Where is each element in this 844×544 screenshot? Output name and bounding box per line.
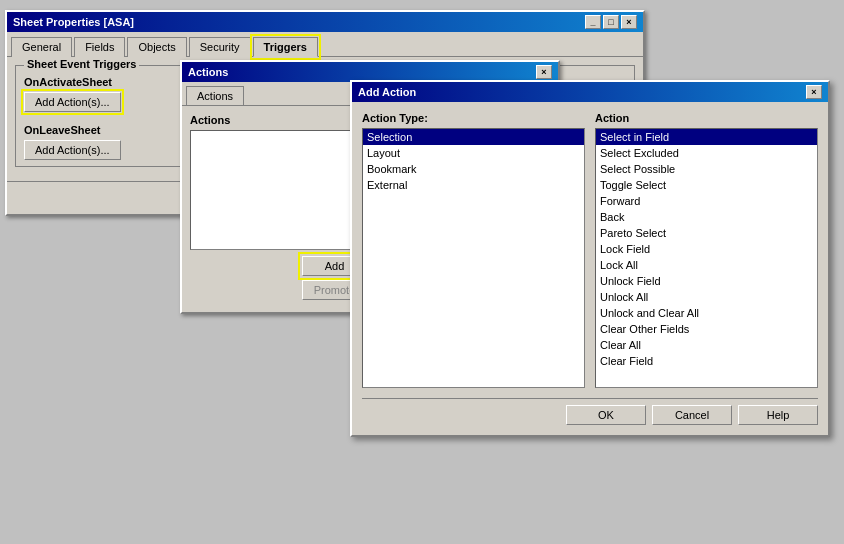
action-item-9[interactable]: Unlock Field (596, 273, 817, 289)
add-action-cancel-button[interactable]: Cancel (652, 405, 732, 425)
add-action-columns: Action Type: Selection Layout Bookmark E… (362, 112, 818, 388)
action-item-5[interactable]: Back (596, 209, 817, 225)
action-label: Action (595, 112, 818, 124)
action-type-layout[interactable]: Layout (363, 145, 584, 161)
action-item-0[interactable]: Select in Field (596, 129, 817, 145)
action-listbox[interactable]: Select in FieldSelect ExcludedSelect Pos… (595, 128, 818, 388)
tab-security[interactable]: Security (189, 37, 251, 57)
action-item-14[interactable]: Clear Field (596, 353, 817, 369)
actions-titlebar: Actions × (182, 62, 558, 82)
add-action-content: Action Type: Selection Layout Bookmark E… (352, 102, 828, 435)
add-action-dialog: Add Action × Action Type: Selection Layo… (350, 80, 830, 437)
tab-objects[interactable]: Objects (127, 37, 186, 57)
add-action-ok-button[interactable]: OK (566, 405, 646, 425)
add-action-help-button[interactable]: Help (738, 405, 818, 425)
action-type-col: Action Type: Selection Layout Bookmark E… (362, 112, 585, 388)
action-item-11[interactable]: Unlock and Clear All (596, 305, 817, 321)
actions-close-button[interactable]: × (536, 65, 552, 79)
action-type-selection[interactable]: Selection (363, 129, 584, 145)
action-item-3[interactable]: Toggle Select (596, 177, 817, 193)
tabs-row: General Fields Objects Security Triggers (7, 32, 643, 57)
action-item-7[interactable]: Lock Field (596, 241, 817, 257)
action-item-2[interactable]: Select Possible (596, 161, 817, 177)
close-button[interactable]: × (621, 15, 637, 29)
add-action-title: Add Action (358, 86, 416, 98)
add-actions-btn-1[interactable]: Add Action(s)... (24, 92, 121, 112)
sheet-properties-title: Sheet Properties [ASA] (13, 16, 134, 28)
actions-titlebar-buttons: × (536, 65, 552, 79)
add-action-close-button[interactable]: × (806, 85, 822, 99)
action-type-bookmark[interactable]: Bookmark (363, 161, 584, 177)
maximize-button[interactable]: □ (603, 15, 619, 29)
add-actions-btn-2[interactable]: Add Action(s)... (24, 140, 121, 160)
add-action-footer: OK Cancel Help (362, 398, 818, 425)
minimize-button[interactable]: _ (585, 15, 601, 29)
add-action-titlebar-buttons: × (806, 85, 822, 99)
action-item-6[interactable]: Pareto Select (596, 225, 817, 241)
action-item-13[interactable]: Clear All (596, 337, 817, 353)
tab-general[interactable]: General (11, 37, 72, 57)
triggers-group-label: Sheet Event Triggers (24, 58, 139, 70)
actions-tab-actions[interactable]: Actions (186, 86, 244, 105)
tab-fields[interactable]: Fields (74, 37, 125, 57)
action-item-12[interactable]: Clear Other Fields (596, 321, 817, 337)
action-item-10[interactable]: Unlock All (596, 289, 817, 305)
action-col: Action Select in FieldSelect ExcludedSel… (595, 112, 818, 388)
action-item-1[interactable]: Select Excluded (596, 145, 817, 161)
sheet-properties-titlebar: Sheet Properties [ASA] _ □ × (7, 12, 643, 32)
action-item-8[interactable]: Lock All (596, 257, 817, 273)
add-action-titlebar: Add Action × (352, 82, 828, 102)
action-type-listbox[interactable]: Selection Layout Bookmark External (362, 128, 585, 388)
tab-triggers[interactable]: Triggers (253, 37, 318, 57)
action-type-label: Action Type: (362, 112, 585, 124)
titlebar-buttons: _ □ × (585, 15, 637, 29)
action-item-4[interactable]: Forward (596, 193, 817, 209)
action-type-external[interactable]: External (363, 177, 584, 193)
actions-title: Actions (188, 66, 228, 78)
